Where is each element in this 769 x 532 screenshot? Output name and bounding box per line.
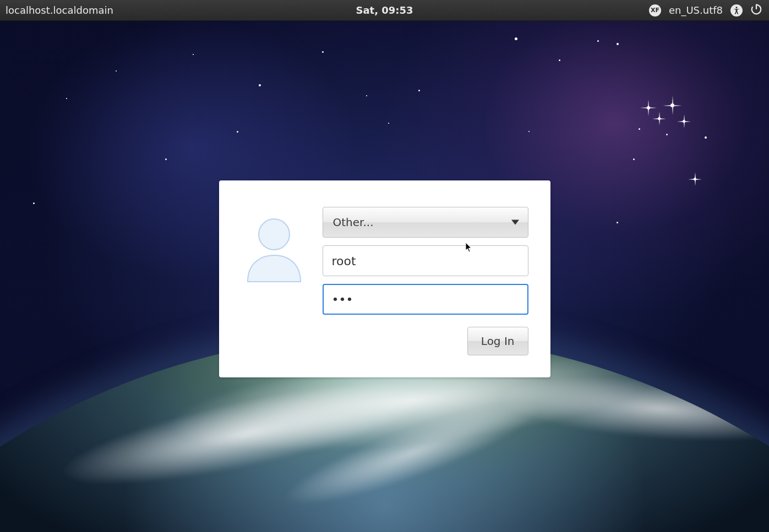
login-button[interactable]: Log In: [467, 327, 528, 355]
star: [617, 43, 619, 45]
star: [666, 134, 668, 135]
panel-tray: XF en_US.utf8: [649, 3, 769, 18]
user-select-label: Other...: [333, 216, 374, 229]
star: [670, 103, 674, 107]
star: [633, 158, 635, 160]
star: [116, 70, 117, 72]
star: [515, 37, 517, 40]
star: [559, 59, 560, 61]
star: [528, 131, 530, 132]
star: [639, 128, 640, 130]
username-input[interactable]: [323, 245, 528, 276]
star: [658, 117, 661, 120]
star: [237, 131, 238, 133]
avatar-placeholder: [241, 207, 307, 355]
star: [259, 84, 261, 86]
star: [705, 136, 707, 139]
accessibility-icon[interactable]: [730, 4, 743, 17]
star: [33, 202, 35, 204]
star: [617, 222, 618, 223]
star: [683, 120, 685, 123]
locale-label[interactable]: en_US.utf8: [669, 4, 723, 16]
login-form: Other... Log In: [323, 207, 528, 355]
star: [366, 95, 367, 96]
login-button-row: Log In: [323, 327, 528, 355]
star: [647, 106, 650, 109]
star: [388, 123, 389, 124]
power-icon[interactable]: [750, 3, 762, 18]
star: [165, 158, 167, 160]
star: [597, 40, 599, 42]
star: [694, 178, 696, 180]
star: [66, 98, 67, 99]
login-panel: Other... Log In: [219, 180, 550, 377]
user-icon: [241, 212, 307, 284]
user-select-dropdown[interactable]: Other...: [323, 207, 528, 238]
hostname-label: localhost.localdomain: [0, 4, 113, 16]
star: [418, 90, 420, 91]
svg-point-0: [736, 7, 738, 8]
keyboard-layout-icon[interactable]: XF: [649, 4, 661, 17]
top-panel: localhost.localdomain Sat, 09:53 XF en_U…: [0, 0, 769, 21]
chevron-down-icon: [511, 220, 519, 225]
password-input[interactable]: [323, 284, 528, 315]
svg-point-3: [259, 219, 290, 250]
star: [322, 51, 324, 53]
star: [193, 54, 194, 55]
clock: Sat, 09:53: [356, 4, 413, 16]
